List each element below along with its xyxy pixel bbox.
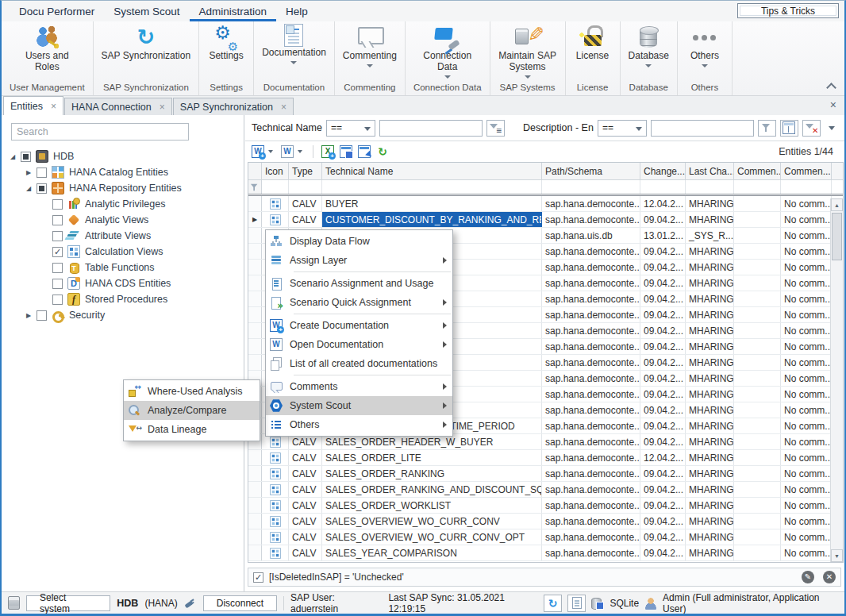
cell-changed[interactable]: 09.04.2... bbox=[640, 466, 686, 481]
table-row[interactable]: CALVSALES_ORDER_RANKINGsap.hana.democont… bbox=[248, 466, 843, 482]
checkbox-unchecked[interactable] bbox=[52, 231, 63, 241]
cell-path-schema[interactable]: sap.hana.democonte... bbox=[542, 275, 640, 291]
ribbon-button-database[interactable]: Database bbox=[624, 21, 674, 68]
cell-last-changed-by[interactable]: MHARING bbox=[686, 339, 734, 354]
cell-comments[interactable]: No comm... bbox=[781, 371, 832, 386]
close-icon[interactable]: × bbox=[281, 102, 286, 113]
cell-comment[interactable] bbox=[734, 498, 781, 513]
cell-last-changed-by[interactable]: MHARING bbox=[686, 275, 734, 291]
cell-comments[interactable]: No comm... bbox=[781, 418, 832, 433]
cell-last-changed-by[interactable]: MHARING bbox=[686, 212, 734, 227]
cell-type[interactable]: CALV bbox=[289, 529, 322, 545]
cell-comment[interactable] bbox=[734, 466, 781, 481]
filter-cell[interactable] bbox=[262, 180, 289, 194]
cell-last-changed-by[interactable]: MHARING bbox=[686, 323, 734, 338]
cell-comments[interactable]: No comm... bbox=[781, 291, 832, 306]
close-icon[interactable]: × bbox=[51, 101, 56, 112]
table-row[interactable]: CALVSALES_YEAR_COMPARISONsap.hana.democo… bbox=[248, 545, 843, 561]
filter-field1-operator-select[interactable]: == bbox=[326, 120, 375, 137]
checkbox-partial[interactable] bbox=[21, 152, 31, 162]
checkbox-unchecked[interactable] bbox=[52, 279, 63, 289]
expand-collapsed-icon[interactable]: ▶ bbox=[22, 312, 35, 319]
column-header-change[interactable]: Change... bbox=[640, 163, 686, 179]
filter-cell[interactable] bbox=[640, 180, 686, 194]
tree-item-table-functions[interactable]: Table Functions bbox=[2, 260, 244, 275]
context-menu-item-list-of-all-created-documentations[interactable]: List of all created documentations bbox=[266, 354, 452, 373]
cell-changed[interactable]: 09.04.2... bbox=[640, 275, 686, 291]
cell-icon[interactable] bbox=[262, 466, 289, 481]
cell-path-schema[interactable]: sap.hana.democonte... bbox=[542, 529, 640, 545]
cell-comment[interactable] bbox=[734, 545, 781, 560]
cell-changed[interactable]: 09.04.2... bbox=[640, 355, 686, 370]
cell-path-schema[interactable]: sap.hana.democonte... bbox=[542, 418, 640, 433]
cell-path-schema[interactable]: sap.hana.democonte... bbox=[542, 307, 640, 322]
column-header-type[interactable]: Type bbox=[289, 163, 322, 179]
cell-comments[interactable]: No comm... bbox=[781, 355, 832, 370]
table-row[interactable]: ▶CALVCUSTOMER_DISCOUNT_BY_RANKING_AND_RE… bbox=[248, 212, 843, 228]
cell-type[interactable]: CALV bbox=[289, 450, 322, 465]
table-row[interactable]: CALVSALES_OVERVIEW_WO_CURR_CONVsap.hana.… bbox=[248, 514, 843, 529]
cell-comments[interactable]: No comm... bbox=[781, 339, 832, 354]
cell-comment[interactable] bbox=[734, 323, 781, 338]
cell-comments[interactable]: No comm... bbox=[781, 450, 832, 465]
cell-changed[interactable]: 09.04.2... bbox=[640, 402, 686, 418]
filterbar-chevron-icon[interactable] bbox=[829, 126, 835, 130]
cell-technical-name[interactable]: SALES_ORDER_WORKLIST bbox=[322, 498, 542, 513]
cell-comments[interactable]: No comm... bbox=[781, 387, 832, 402]
cell-comment[interactable] bbox=[734, 450, 781, 465]
filter-field2-operator-select[interactable]: == bbox=[598, 120, 647, 137]
cell-last-changed-by[interactable]: MHARING bbox=[686, 482, 734, 497]
tips-and-tricks-button[interactable]: Tips & Tricks bbox=[737, 3, 839, 18]
cell-path-schema[interactable]: sap.hana.democonte... bbox=[542, 498, 640, 513]
table-row[interactable]: CALVBUYERsap.hana.democonte...12.04.2...… bbox=[248, 196, 843, 212]
cell-technical-name[interactable]: SALES_YEAR_COMPARISON bbox=[322, 545, 542, 560]
ribbon-button-commenting[interactable]: Commenting bbox=[338, 21, 402, 68]
cell-comment[interactable] bbox=[734, 291, 781, 306]
cell-path-schema[interactable]: sap.hana.democonte... bbox=[542, 402, 640, 418]
checkbox-unchecked[interactable] bbox=[52, 295, 63, 305]
menu-item-docu-performer[interactable]: Docu Performer bbox=[10, 1, 104, 21]
cell-changed[interactable]: 09.04.2... bbox=[640, 371, 686, 386]
cell-comments[interactable]: No comm... bbox=[781, 529, 832, 545]
context-menu-item-scenario-quick-assignment[interactable]: Scenario Quick Assignment bbox=[266, 293, 452, 312]
cell-comment[interactable] bbox=[734, 434, 781, 449]
cell-path-schema[interactable]: sap.hana.uis.db bbox=[542, 228, 640, 243]
cell-changed[interactable]: 09.04.2... bbox=[640, 339, 686, 354]
column-header-icon[interactable]: Icon bbox=[262, 163, 289, 179]
cell-comments[interactable]: No comm... bbox=[781, 196, 832, 211]
cell-comment[interactable] bbox=[734, 339, 781, 354]
cell-comments[interactable]: No comm... bbox=[781, 482, 832, 497]
tree-item-attribute-views[interactable]: Attribute Views bbox=[2, 228, 244, 244]
cell-comments[interactable]: No comm... bbox=[781, 434, 832, 449]
cell-comment[interactable] bbox=[734, 355, 781, 370]
cell-icon[interactable] bbox=[262, 545, 289, 560]
cell-changed[interactable]: 12.04.2... bbox=[640, 196, 686, 211]
cell-path-schema[interactable]: sap.hana.democonte... bbox=[542, 514, 640, 529]
cell-last-changed-by[interactable]: MHARING bbox=[686, 307, 734, 322]
cell-changed[interactable]: 09.04.2... bbox=[640, 482, 686, 497]
cell-last-changed-by[interactable]: MHARING bbox=[686, 355, 734, 370]
ribbon-button-settings[interactable]: Settings bbox=[202, 21, 250, 63]
ribbon-button-others[interactable]: Others bbox=[681, 21, 729, 68]
filter-cell[interactable] bbox=[781, 180, 832, 194]
tree-item-stored-procedures[interactable]: Stored Procedures bbox=[2, 291, 244, 307]
tree-item-calculation-views[interactable]: Calculation Views bbox=[2, 244, 244, 260]
filter-field2-input[interactable] bbox=[651, 120, 754, 137]
cell-path-schema[interactable]: sap.hana.democonte... bbox=[542, 260, 640, 275]
cell-path-schema[interactable]: sap.hana.democonte... bbox=[542, 434, 640, 449]
checkbox-unchecked[interactable] bbox=[37, 167, 47, 178]
column-header-path-schema[interactable]: Path/Schema bbox=[542, 163, 640, 179]
cell-changed[interactable]: 09.04.2... bbox=[640, 323, 686, 338]
cell-icon[interactable] bbox=[262, 212, 289, 227]
column-header-last-cha[interactable]: Last Cha... bbox=[686, 163, 734, 179]
toolbar-button-table-save[interactable] bbox=[338, 144, 354, 160]
column-header-commen[interactable]: Commen... bbox=[781, 163, 832, 179]
cell-type[interactable]: CALV bbox=[289, 498, 322, 513]
toolbar-button-excel-export[interactable] bbox=[320, 144, 336, 160]
column-header-technical-name[interactable]: Technical Name bbox=[322, 163, 542, 179]
filter-apply1-button[interactable] bbox=[486, 120, 505, 137]
cell-technical-name[interactable]: SALES_ORDER_RANKING bbox=[322, 466, 542, 481]
cell-comment[interactable] bbox=[734, 196, 781, 211]
ribbon-button-sap-synchronization[interactable]: SAP Synchronization bbox=[97, 21, 196, 63]
filter-cell[interactable] bbox=[289, 180, 322, 194]
